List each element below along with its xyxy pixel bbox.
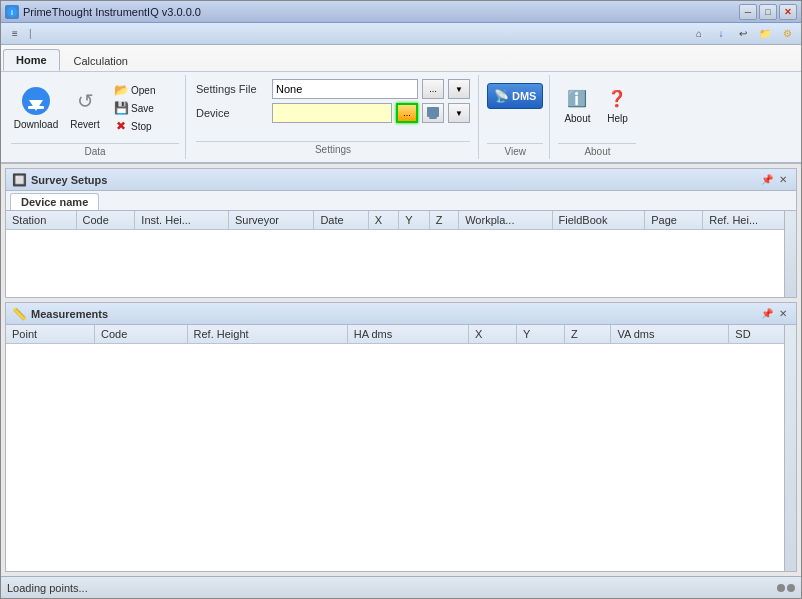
measurements-close-button[interactable]: ✕: [776, 307, 790, 321]
tab-home[interactable]: Home: [3, 49, 60, 71]
device-dropdown-button[interactable]: ▼: [448, 103, 470, 123]
title-bar: i PrimeThought InstrumentIQ v3.0.0.0 ─ □…: [1, 1, 801, 23]
stop-label: Stop: [131, 121, 152, 132]
svg-rect-4: [28, 106, 44, 109]
device-input[interactable]: [272, 103, 392, 123]
main-content: 🔲 Survey Setups 📌 ✕ Device name Station: [1, 164, 801, 576]
stop-icon: ✖: [114, 119, 128, 133]
survey-setups-label: Survey Setups: [31, 174, 107, 186]
revert-button[interactable]: ↺ Revert: [63, 77, 107, 137]
col-fieldbook: FieldBook: [552, 211, 645, 230]
help-button[interactable]: ❓ Help: [598, 79, 636, 131]
status-dot-1: [777, 584, 785, 592]
survey-close-button[interactable]: ✕: [776, 173, 790, 187]
download-button[interactable]: Download: [11, 77, 61, 137]
m-col-z: Z: [564, 325, 610, 344]
dms-button[interactable]: 📡 DMS: [487, 83, 543, 109]
survey-setups-table: Station Code Inst. Hei... Surveyor Date …: [6, 211, 796, 230]
svg-text:i: i: [11, 9, 13, 16]
open-icon: 📂: [114, 83, 128, 97]
about-group-label: About: [558, 143, 636, 159]
survey-pin-button[interactable]: 📌: [760, 173, 774, 187]
survey-table-container: Station Code Inst. Hei... Surveyor Date …: [6, 211, 796, 297]
measurements-panel: 📏 Measurements 📌 ✕ Point Code R: [5, 302, 797, 572]
survey-scrollbar[interactable]: [784, 211, 796, 297]
col-z: Z: [429, 211, 459, 230]
view-group-content: 📡 DMS: [487, 75, 543, 141]
tab-calculation[interactable]: Calculation: [61, 49, 141, 71]
about-group-content: ℹ️ About ❓ Help: [558, 75, 636, 141]
maximize-button[interactable]: □: [759, 4, 777, 20]
survey-tab-strip: Device name: [6, 191, 796, 211]
device-row: Device ... ▼: [196, 103, 470, 123]
qat-home-button[interactable]: ⌂: [689, 25, 709, 43]
settings-file-dropdown-button[interactable]: ▼: [448, 79, 470, 99]
view-group-label: View: [487, 143, 543, 159]
device-extra-button[interactable]: [422, 103, 444, 123]
settings-file-browse-button[interactable]: ...: [422, 79, 444, 99]
measurements-pin-button[interactable]: 📌: [760, 307, 774, 321]
qat-menu-button[interactable]: ≡: [5, 25, 25, 43]
svg-rect-6: [429, 117, 437, 119]
col-y: Y: [399, 211, 429, 230]
download-icon: [20, 85, 52, 117]
status-bar: Loading points...: [1, 576, 801, 598]
m-col-x: X: [469, 325, 517, 344]
measurements-table: Point Code Ref. Height HA dms X Y Z VA d…: [6, 325, 796, 344]
m-col-code: Code: [95, 325, 188, 344]
col-inst-hei: Inst. Hei...: [135, 211, 229, 230]
app-icon: i: [5, 5, 19, 19]
window-controls: ─ □ ✕: [739, 4, 797, 20]
survey-setups-header: 🔲 Survey Setups 📌 ✕: [6, 169, 796, 191]
qat-folder-button[interactable]: 📁: [755, 25, 775, 43]
quick-access-toolbar: ≡ | ⌂ ↓ ↩ 📁 ⚙: [1, 23, 801, 45]
settings-group-label: Settings: [196, 141, 470, 155]
open-button[interactable]: 📂 Open: [109, 81, 179, 99]
small-buttons-col: 📂 Open 💾 Save ✖ Stop: [109, 77, 179, 139]
m-col-ha-dms: HA dms: [347, 325, 468, 344]
save-button[interactable]: 💾 Save: [109, 99, 179, 117]
m-col-ref-height: Ref. Height: [187, 325, 347, 344]
data-group-content: Download ↺ Revert 📂 Open: [11, 75, 179, 141]
col-page: Page: [645, 211, 703, 230]
qat-back-button[interactable]: ↩: [733, 25, 753, 43]
help-label: Help: [607, 113, 628, 124]
measurements-header-row: Point Code Ref. Height HA dms X Y Z VA d…: [6, 325, 796, 344]
tab-device-name[interactable]: Device name: [10, 193, 99, 210]
minimize-button[interactable]: ─: [739, 4, 757, 20]
device-browse-button[interactable]: ...: [396, 103, 418, 123]
settings-file-input[interactable]: [272, 79, 418, 99]
qat-settings-button[interactable]: ⚙: [777, 25, 797, 43]
svg-rect-5: [427, 107, 439, 117]
col-station: Station: [6, 211, 76, 230]
stop-button[interactable]: ✖ Stop: [109, 117, 179, 135]
status-dot-2: [787, 584, 795, 592]
ribbon-content: Download ↺ Revert 📂 Open: [1, 71, 801, 162]
survey-setups-header-row: Station Code Inst. Hei... Surveyor Date …: [6, 211, 796, 230]
measurements-icon: 📏: [12, 307, 27, 321]
about-icon: ℹ️: [565, 87, 589, 111]
ribbon-group-about: ℹ️ About ❓ Help About: [552, 75, 642, 159]
qat-download-button[interactable]: ↓: [711, 25, 731, 43]
save-icon: 💾: [114, 101, 128, 115]
close-button[interactable]: ✕: [779, 4, 797, 20]
main-window: i PrimeThought InstrumentIQ v3.0.0.0 ─ □…: [0, 0, 802, 599]
status-dots: [777, 584, 795, 592]
about-button[interactable]: ℹ️ About: [558, 79, 596, 131]
save-label: Save: [131, 103, 154, 114]
survey-setups-panel: 🔲 Survey Setups 📌 ✕ Device name Station: [5, 168, 797, 298]
measurements-actions: 📌 ✕: [760, 307, 790, 321]
settings-file-label: Settings File: [196, 83, 268, 95]
col-surveyor: Surveyor: [229, 211, 314, 230]
measurements-scrollbar[interactable]: [784, 325, 796, 571]
measurements-table-container: Point Code Ref. Height HA dms X Y Z VA d…: [6, 325, 796, 571]
col-workpla: Workpla...: [459, 211, 552, 230]
title-bar-left: i PrimeThought InstrumentIQ v3.0.0.0: [5, 5, 201, 19]
download-label: Download: [14, 119, 58, 130]
ribbon-tabs: Home Calculation: [1, 45, 801, 71]
dms-label: DMS: [512, 90, 536, 102]
data-group-label: Data: [11, 143, 179, 159]
about-label: About: [564, 113, 590, 124]
settings-file-row: Settings File ... ▼: [196, 79, 470, 99]
revert-icon: ↺: [69, 85, 101, 117]
